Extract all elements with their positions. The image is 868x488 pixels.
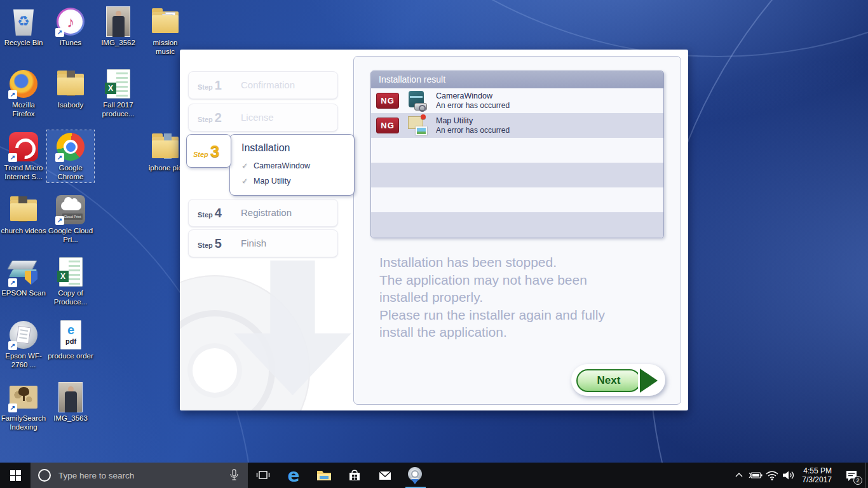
desktop-icon-label: Fall 2017 produce... (95, 101, 141, 118)
desktop-icon-fall-2017-produce[interactable]: X Fall 2017 produce... (95, 67, 142, 119)
excel-file-icon: X (103, 69, 133, 99)
store-taskbar-button[interactable] (339, 463, 370, 488)
message-line: The application may not have been (379, 271, 662, 289)
shortcut-arrow-icon: ↗ (8, 403, 17, 412)
result-row-camerawindow: NG CameraWindow An error has occurred (371, 88, 663, 113)
step-word: Step (198, 83, 213, 91)
windows-logo-icon (10, 470, 21, 481)
step-number: Step2 (198, 111, 222, 125)
desktop-icon-church-videos[interactable]: church videos (0, 193, 47, 237)
step-3-installation-panel: Installation ✓CameraWindow ✓Map Utility (229, 134, 355, 196)
wifi-indicator[interactable] (764, 463, 780, 488)
step-1-confirmation: Step1 Confirmation (188, 71, 338, 99)
icon-art (116, 72, 128, 97)
start-button[interactable] (0, 463, 31, 488)
chevron-up-icon (734, 471, 744, 479)
shortcut-arrow-icon: ↗ (8, 278, 17, 287)
step-num: 1 (215, 78, 222, 92)
canon-installer-taskbar-button[interactable] (400, 463, 431, 488)
edge-taskbar-button[interactable]: e (278, 463, 309, 488)
result-row-empty (371, 212, 663, 238)
desktop-icon-isabody[interactable]: Isabody (47, 67, 94, 111)
file-explorer-taskbar-button[interactable] (309, 463, 339, 488)
icon-art (57, 78, 84, 95)
icon-art (16, 326, 31, 344)
desktop-icon-epson-scan[interactable]: ↗ EPSON Scan (0, 255, 47, 299)
desktop-icon-google-cloud-print[interactable]: Cloud Print ↗ Google Cloud Pri... (47, 193, 94, 245)
tray-chevron-button[interactable] (731, 463, 747, 488)
action-center-button[interactable]: 2 (838, 463, 865, 488)
system-tray: 4:55 PM 7/3/2017 2 (731, 463, 868, 488)
message-line: Please run the installer again and fully (379, 306, 662, 324)
clock[interactable]: 4:55 PM 7/3/2017 (797, 463, 838, 488)
excel-x-glyph: X (105, 83, 116, 94)
file-explorer-icon (316, 468, 332, 482)
folder-icon (150, 6, 180, 37)
edge-icon: e (288, 465, 300, 486)
desktop-icon-label: EPSON Scan (1, 289, 46, 298)
desktop-icon-label: Epson WF-2760 ... (1, 352, 46, 369)
step-num: 5 (215, 236, 222, 250)
volume-indicator[interactable] (780, 463, 797, 488)
microphone-icon[interactable] (226, 468, 241, 483)
desktop-icon-produce-order[interactable]: e pdf produce order (47, 318, 94, 362)
battery-indicator[interactable] (747, 463, 764, 488)
step-num: 2 (215, 111, 222, 125)
shield-icon (25, 271, 37, 285)
step-3-item-map-utility: ✓Map Utility (241, 177, 290, 186)
check-icon: ✓ (241, 161, 248, 170)
desktop-icon-trend-micro[interactable]: ↗ Trend Micro Internet S... (0, 130, 47, 182)
icon-art (58, 382, 83, 412)
result-app-name: CameraWindow (436, 91, 510, 101)
result-row-map-utility: NG Map Utility An error has occurred (371, 113, 663, 138)
desktop-icon-img-3562[interactable]: IMG_3562 (95, 5, 142, 49)
step-2-license: Step2 License (188, 104, 338, 132)
desktop-icon-img-3563[interactable]: IMG_3563 (47, 381, 94, 424)
mail-taskbar-button[interactable] (370, 463, 400, 488)
step-item-label: Map Utility (254, 177, 290, 186)
printer-icon: ↗ (8, 320, 39, 350)
show-desktop-button[interactable] (865, 463, 868, 488)
desktop-icon-label: iTunes (48, 39, 93, 48)
installer-content-panel: Installation result NG CameraWindow An e… (353, 56, 681, 405)
desktop-icon-copy-of-produce[interactable]: X Copy of Produce... (47, 255, 94, 308)
shortcut-arrow-icon: ↗ (8, 90, 17, 99)
search-input[interactable]: Type here to search (31, 463, 248, 488)
desktop-icon-epson-wf-2760[interactable]: ↗ Epson WF-2760 ... (0, 318, 47, 370)
tree-icon (18, 387, 29, 396)
desktop-icon-label: produce order (48, 352, 93, 361)
icon-art (410, 96, 423, 98)
icon-art (65, 391, 77, 412)
desktop-icon-mozilla-firefox[interactable]: ↗ Mozilla Firefox (0, 67, 47, 119)
desktop-icon-google-chrome[interactable]: ↗ Google Chrome (47, 130, 94, 182)
scanner-icon: ↗ (8, 257, 39, 287)
notification-count-badge: 2 (853, 476, 862, 485)
mail-icon (377, 468, 393, 483)
icon-art (66, 142, 76, 152)
next-button-label: Next (576, 369, 641, 392)
step-number: Step4 (198, 206, 222, 220)
desktop-icon-familysearch[interactable]: ↗ FamilySearch Indexing (0, 381, 47, 433)
result-row-empty (371, 163, 663, 187)
map-utility-icon (407, 116, 427, 135)
desktop-icon-itunes[interactable]: ♪ ↗ iTunes (47, 5, 94, 49)
shortcut-arrow-icon: ↗ (8, 341, 17, 350)
icon-art (152, 140, 179, 158)
icon-art (10, 203, 37, 221)
task-view-button[interactable] (248, 463, 278, 488)
desktop-icon-label: Isabody (48, 101, 93, 110)
result-row-text: CameraWindow An error has occurred (436, 91, 510, 111)
result-row-text: Map Utility An error has occurred (436, 116, 510, 135)
step-label: Installation (241, 142, 290, 154)
step-number: Step5 (198, 236, 222, 251)
cloud-print-icon: Cloud Print ↗ (55, 194, 86, 225)
step-word: Step (193, 151, 208, 158)
pdf-label: pdf (61, 337, 81, 345)
installation-result-table: Installation result NG CameraWindow An e… (370, 71, 664, 238)
folder-icon (8, 194, 39, 225)
desktop-icon-recycle-bin[interactable]: ♻ Recycle Bin (0, 5, 47, 49)
next-button[interactable]: Next (576, 369, 658, 393)
step-number: Step3 (193, 142, 219, 161)
icon-art (421, 114, 426, 119)
desktop-icon-label: Mozilla Firefox (1, 101, 46, 118)
